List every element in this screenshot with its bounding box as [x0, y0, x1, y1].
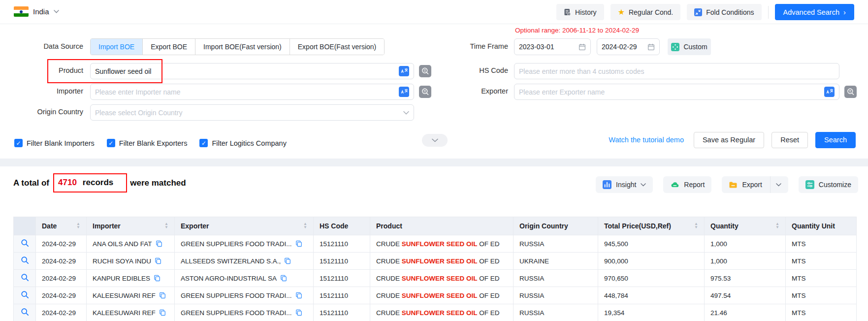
date-start-input[interactable]: 2023-03-01 — [514, 38, 591, 55]
hs-code-input-wrap — [514, 63, 839, 79]
translate-icon[interactable] — [399, 66, 409, 76]
history-label: History — [575, 8, 597, 16]
customize-icon — [805, 180, 814, 189]
column-header-importer[interactable]: Importer▲▼ — [87, 217, 175, 235]
cell-date: 2024-02-29 — [36, 235, 87, 253]
origin-country-select[interactable]: Please select Origin Country — [90, 104, 414, 121]
row-search-icon[interactable] — [21, 256, 29, 264]
cell-exporter: ASTON AGRO-INDUSTRIAL SA — [175, 270, 314, 287]
tab-export-boe-fast[interactable]: Export BOE(Fast version) — [289, 39, 385, 55]
exact-match-toggle[interactable] — [844, 86, 857, 98]
product-input[interactable] — [95, 67, 395, 75]
cell-hs-code: 15121110 — [314, 253, 370, 270]
checkbox-filter-blank-exporters[interactable]: ✓ Filter Blank Exporters — [107, 139, 188, 147]
copy-icon[interactable] — [156, 240, 162, 247]
tutorial-demo-link[interactable]: Watch the tutorial demo — [609, 136, 684, 144]
calendar-icon[interactable] — [647, 43, 655, 51]
row-search-icon[interactable] — [21, 273, 29, 282]
history-button[interactable]: History — [556, 4, 604, 20]
copy-icon[interactable] — [280, 275, 287, 282]
checkbox-filter-logitics-company[interactable]: ✓ Filter Logitics Company — [199, 139, 287, 147]
tab-import-boe-fast[interactable]: Import BOE(Fast version) — [195, 39, 289, 55]
hs-code-input[interactable] — [519, 67, 835, 75]
product-label: Product — [0, 66, 83, 74]
cell-quantity: 497.54 — [705, 287, 786, 304]
advanced-search-button[interactable]: Advanced Search › — [775, 4, 854, 20]
copy-icon[interactable] — [155, 257, 161, 264]
insight-button[interactable]: Insight — [596, 176, 653, 193]
row-search-icon[interactable] — [21, 290, 29, 299]
exact-search-icon — [844, 86, 857, 98]
top-bar: India History ★ Regular Cond. Fold Condi… — [0, 0, 868, 24]
copy-icon[interactable] — [295, 309, 302, 316]
translate-icon[interactable] — [399, 87, 409, 97]
copy-icon[interactable] — [159, 309, 166, 316]
regular-cond-button[interactable]: ★ Regular Cond. — [611, 4, 681, 20]
record-count: 4710 — [58, 178, 77, 188]
count-annotation-box: 4710 records — [53, 173, 127, 193]
sort-icon[interactable]: ▲▼ — [161, 223, 168, 229]
table-row: 2024-02-29 ANA OILS AND FAT GREEN SUPPLI… — [14, 235, 857, 253]
cell-date: 2024-02-29 — [36, 270, 87, 287]
save-as-regular-button[interactable]: Save as Regular — [694, 132, 764, 148]
advanced-search-label: Advanced Search — [783, 8, 839, 16]
exporter-label: Exporter — [424, 87, 508, 95]
chevron-down-icon[interactable] — [776, 183, 781, 187]
sort-icon[interactable]: ▲▼ — [72, 223, 80, 229]
column-header-total-price-usd-ref[interactable]: Total Price(USD,Ref)▲▼ — [598, 217, 705, 235]
sort-icon[interactable]: ▲▼ — [690, 223, 698, 229]
checkbox-filter-blank-importers[interactable]: ✓ Filter Blank Importers — [14, 139, 95, 147]
cell-product: CRUDE SUNFLOWER SEED OIL OF ED — [370, 270, 514, 287]
topbar-actions: History ★ Regular Cond. Fold Conditions … — [556, 4, 854, 20]
cell-exporter: GREEN SUPPLIERS FOOD TRADI... — [175, 304, 314, 321]
row-search-icon[interactable] — [21, 239, 29, 247]
fold-conditions-button[interactable]: Fold Conditions — [687, 4, 761, 20]
export-button[interactable]: Export — [722, 176, 788, 193]
checkbox-label: Filter Blank Exporters — [119, 139, 188, 147]
importer-input[interactable] — [95, 88, 395, 96]
cell-quantity: 21.46 — [705, 304, 786, 321]
copy-icon[interactable] — [295, 240, 302, 247]
column-header-date[interactable]: Date▲▼ — [36, 217, 87, 235]
search-button[interactable]: Search — [815, 132, 856, 148]
cell-origin-country: RUSSIA — [514, 287, 598, 304]
copy-icon[interactable] — [284, 257, 291, 264]
translate-icon[interactable] — [824, 87, 835, 97]
data-source-tabs: Import BOE Export BOE Import BOE(Fast ve… — [90, 38, 385, 55]
custom-icon — [671, 43, 679, 51]
row-search-icon[interactable] — [21, 308, 29, 316]
customize-button[interactable]: Customize — [799, 176, 858, 193]
column-header-exporter[interactable]: Exporter▲▼ — [175, 217, 314, 235]
row-detail-cell — [14, 235, 36, 253]
custom-label: Custom — [683, 43, 707, 51]
tab-export-boe[interactable]: Export BOE — [142, 39, 195, 55]
copy-icon[interactable] — [159, 292, 166, 299]
copy-icon[interactable] — [154, 275, 161, 282]
date-end-input[interactable]: 2024-02-29 — [597, 38, 660, 55]
product-highlight: SUNFLOWER SEED OIL — [402, 292, 478, 299]
tab-import-boe[interactable]: Import BOE — [91, 39, 142, 55]
row-detail-cell — [14, 270, 36, 287]
export-button-divider — [770, 176, 771, 193]
cell-origin-country: RUSSIA — [514, 235, 598, 253]
calendar-icon[interactable] — [579, 43, 586, 51]
filter-checkbox-row: ✓ Filter Blank Importers ✓ Filter Blank … — [14, 139, 287, 147]
india-flag-icon — [14, 6, 29, 17]
chevron-down-icon — [54, 10, 59, 13]
cell-importer: KALEESUWARI REF — [87, 304, 175, 321]
sort-icon[interactable]: ▲▼ — [299, 223, 307, 229]
custom-range-button[interactable]: Custom — [668, 38, 711, 55]
chevron-down-icon — [403, 111, 409, 115]
report-button[interactable]: Report — [663, 176, 711, 193]
country-selector[interactable]: India — [14, 6, 59, 17]
copy-icon[interactable] — [295, 292, 302, 299]
collapse-conditions-button[interactable] — [422, 134, 448, 147]
column-header-quantity[interactable]: Quantity▲▼ — [705, 217, 786, 235]
reset-button[interactable]: Reset — [772, 132, 808, 148]
cell-total-price: 945,500 — [598, 235, 705, 253]
exporter-input[interactable] — [519, 88, 820, 96]
customize-label: Customize — [819, 181, 851, 189]
table-row: 2024-02-29 KALEESUWARI REF GREEN SUPPLIE… — [14, 287, 857, 304]
column-label: Origin Country — [519, 222, 568, 230]
sort-icon[interactable]: ▲▼ — [772, 223, 779, 229]
